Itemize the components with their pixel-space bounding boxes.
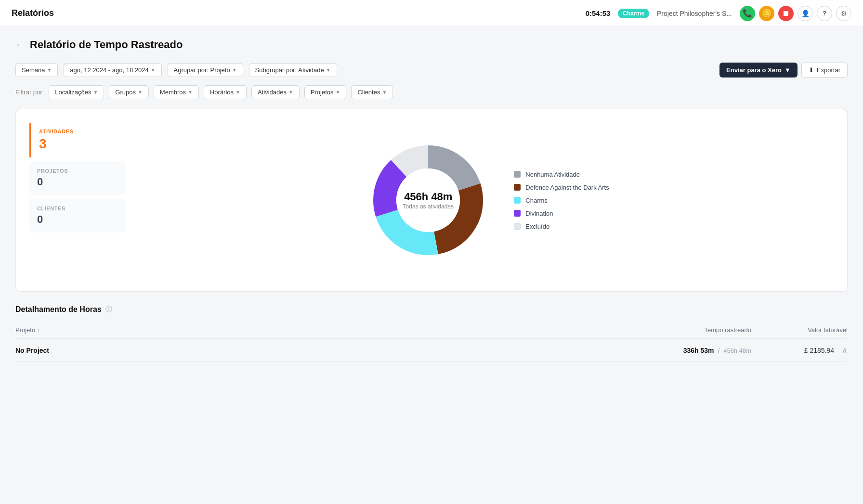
legend-item-divination: Divination	[514, 210, 609, 217]
chevron-down-icon: ▼	[232, 67, 237, 73]
legend-item-defence: Defence Against the Dark Arts	[514, 184, 609, 191]
table-row: No Project 336h 53m / 456h 48m £ 2185.94…	[15, 339, 848, 362]
chevron-down-icon: ▼	[382, 90, 387, 95]
chevron-down-icon: ▼	[151, 67, 156, 73]
filterby-label: Filtrar por:	[15, 89, 44, 96]
chevron-down-icon: ▼	[188, 90, 193, 95]
period-type-filter[interactable]: Semana ▼	[15, 63, 58, 77]
clients-stat: CLIENTES 0	[29, 199, 126, 233]
charms-badge[interactable]: Charms	[618, 9, 649, 18]
legend-dot-divination	[514, 210, 521, 217]
col-header-project[interactable]: Projeto ↑	[15, 326, 655, 334]
subgroup-by-filter[interactable]: Subgrupar por: Atividade ▼	[249, 63, 337, 77]
page-title: Relatório de Tempo Rastreado	[30, 39, 183, 51]
legend-dot-nenhuma	[514, 171, 521, 178]
legend-item-nenhuma: Nenhuma Atividade	[514, 171, 609, 178]
nav-icons: 📞 🪙 ⏹ 👤 ? ⚙	[740, 6, 851, 21]
clients-value: 0	[37, 213, 118, 226]
filter-members[interactable]: Membros ▼	[154, 85, 199, 99]
projects-value: 0	[37, 176, 118, 188]
legend-label-defence: Defence Against the Dark Arts	[525, 184, 609, 191]
legend-item-charms: Charms	[514, 197, 609, 204]
stop-button[interactable]: ⏹	[778, 6, 794, 21]
filter-groups[interactable]: Grupos ▼	[109, 85, 149, 99]
activities-value: 3	[39, 136, 118, 152]
clients-label: CLIENTES	[37, 206, 118, 211]
filter-projects[interactable]: Projetos ▼	[304, 85, 347, 99]
donut-chart: 456h 48m Todas as atividades	[366, 138, 491, 263]
expand-icon[interactable]: ∧	[842, 346, 848, 355]
legend-label-charms: Charms	[525, 197, 548, 204]
legend-dot-charms	[514, 197, 521, 204]
back-button[interactable]: ←	[15, 40, 24, 50]
right-actions: Enviar para o Xero ▼ ⬇ Exportar	[719, 63, 848, 78]
top-nav: Relatórios 0:54:53 Charms Project Philos…	[0, 0, 863, 27]
stats-panel: ATIVIDADES 3 PROJETOS 0 CLIENTES 0	[29, 123, 126, 278]
col-header-billable: Valor faturável	[751, 326, 848, 334]
chevron-down-icon: ▼	[235, 90, 240, 95]
projects-stat: PROJETOS 0	[29, 161, 126, 195]
filter-clients[interactable]: Clientes ▼	[351, 85, 393, 99]
send-to-xero-button[interactable]: Enviar para o Xero ▼	[719, 63, 798, 78]
total-subtitle: Todas as atividades	[403, 203, 454, 210]
nav-right: 0:54:53 Charms Project Philosopher's S..…	[586, 6, 851, 21]
filterby-row: Filtrar por: Localizações ▼ Grupos ▼ Mem…	[15, 85, 848, 99]
chevron-down-icon: ▼	[138, 90, 143, 95]
chevron-down-icon: ▼	[93, 90, 98, 95]
section-title: Detalhamento de Horas	[15, 305, 102, 314]
page-content: ← Relatório de Tempo Rastreado Semana ▼ …	[0, 27, 863, 374]
settings-button[interactable]: ⚙	[836, 6, 851, 21]
chart-legend: Nenhuma Atividade Defence Against the Da…	[514, 171, 609, 230]
row-billable: £ 2185.94 ∧	[751, 346, 848, 355]
donut-label: 456h 48m Todas as atividades	[403, 191, 454, 210]
group-by-filter[interactable]: Agrupar por: Projeto ▼	[168, 63, 243, 77]
activities-stat: ATIVIDADES 3	[29, 123, 126, 157]
date-range-filter[interactable]: ago, 12 2024 - ago, 18 2024 ▼	[64, 63, 161, 77]
activities-label: ATIVIDADES	[39, 129, 118, 134]
filter-activities[interactable]: Atividades ▼	[251, 85, 300, 99]
legend-label-divination: Divination	[525, 210, 553, 217]
table-header: Projeto ↑ Tempo rastreado Valor faturáve…	[15, 322, 848, 339]
projects-label: PROJETOS	[37, 168, 118, 174]
help-button[interactable]: ?	[817, 6, 832, 21]
chevron-down-icon: ▼	[336, 90, 340, 95]
phone-button[interactable]: 📞	[740, 6, 755, 21]
download-icon: ⬇	[809, 66, 814, 74]
total-time: 456h 48m	[403, 191, 454, 203]
chevron-down-icon: ▼	[47, 67, 52, 73]
timer-display: 0:54:53	[586, 9, 611, 17]
filters-row: Semana ▼ ago, 12 2024 - ago, 18 2024 ▼ A…	[15, 63, 848, 78]
chart-card: ATIVIDADES 3 PROJETOS 0 CLIENTES 0	[15, 109, 848, 292]
detail-section: Detalhamento de Horas ⓘ Projeto ↑ Tempo …	[15, 305, 848, 362]
legend-item-excluido: Excluído	[514, 223, 609, 230]
sort-icon: ↑	[37, 327, 40, 333]
row-time: 336h 53m / 456h 48m	[655, 347, 751, 354]
chevron-down-icon: ▼	[785, 66, 791, 74]
legend-dot-defence	[514, 184, 521, 191]
info-icon: ⓘ	[105, 305, 112, 314]
filter-locations[interactable]: Localizações ▼	[49, 85, 104, 99]
chevron-down-icon: ▼	[288, 90, 293, 95]
filter-hours[interactable]: Horários ▼	[204, 85, 247, 99]
coin-button[interactable]: 🪙	[759, 6, 774, 21]
export-button[interactable]: ⬇ Exportar	[801, 63, 848, 78]
nav-title: Relatórios	[12, 8, 54, 18]
legend-label-excluido: Excluído	[525, 223, 549, 230]
col-header-tracked: Tempo rastreado	[655, 326, 751, 334]
row-project-name: No Project	[15, 347, 655, 354]
user-button[interactable]: 👤	[798, 6, 813, 21]
project-name: Project Philosopher's S...	[657, 10, 732, 17]
legend-label-nenhuma: Nenhuma Atividade	[525, 171, 580, 178]
chevron-down-icon: ▼	[326, 67, 331, 73]
chart-area: 456h 48m Todas as atividades Nenhuma Ati…	[141, 123, 834, 278]
page-header: ← Relatório de Tempo Rastreado	[15, 39, 848, 51]
section-header: Detalhamento de Horas ⓘ	[15, 305, 848, 314]
legend-dot-excluido	[514, 223, 521, 230]
